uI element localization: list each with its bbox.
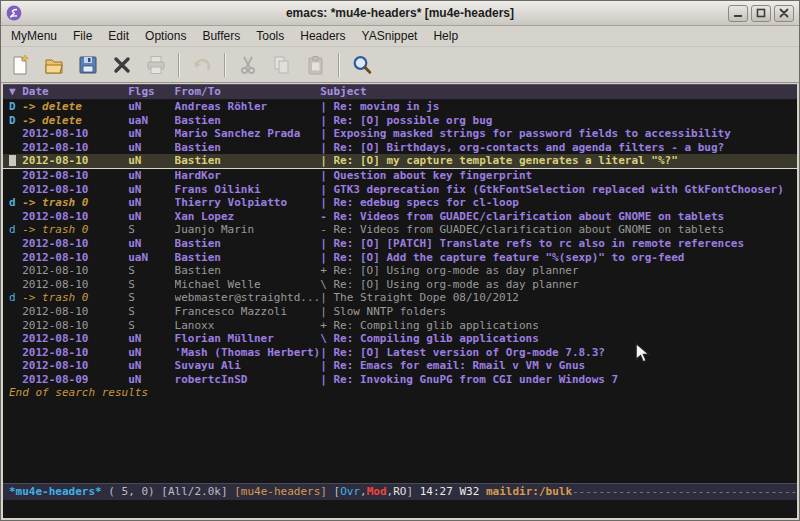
menu-item-edit[interactable]: Edit [100, 27, 137, 45]
print-icon [145, 54, 167, 76]
column-header-flags[interactable]: Flgs [128, 85, 174, 99]
col-date: 2012-08-10 [22, 154, 128, 168]
message-row[interactable]: D -> delete uaN Bastien | Re: [O] possib… [3, 114, 797, 128]
col-subject: + Re: Compiling glib applications [320, 319, 797, 333]
new-file-button[interactable] [5, 50, 35, 80]
modeline-major-mode: [mu4e-headers] [234, 485, 333, 499]
modeline[interactable]: *mu4e-headers* ( 5, 0) [All/2.0k] [mu4e-… [3, 483, 797, 500]
minimize-button[interactable] [728, 5, 748, 22]
col-from: Michael Welle [175, 278, 321, 292]
modeline-clock: 14:27 [420, 485, 460, 499]
message-row[interactable]: 2012-08-10 uN Florian Müllner \ Re: Comp… [3, 332, 797, 346]
mark-char [9, 237, 22, 251]
buffer-empty-space [3, 400, 797, 483]
modeline-overwrite-indicator: Ovr [340, 485, 360, 499]
modeline-dashes: ----------------------------------------… [572, 485, 797, 499]
message-row[interactable]: D -> delete uN Andreas Röhler | Re: movi… [3, 100, 797, 114]
col-from: Mario Sanchez Prada [175, 127, 321, 141]
search-button[interactable] [347, 50, 377, 80]
col-date: 2012-08-10 [22, 305, 128, 319]
col-date: -> trash 0 [22, 223, 128, 237]
window-title: emacs: *mu4e-headers* [mu4e-headers] [1, 6, 799, 20]
col-date: 2012-08-10 [22, 251, 128, 265]
message-row[interactable]: 2012-08-09 uN robertcInSD | Re: Invoking… [3, 373, 797, 387]
menu-item-help[interactable]: Help [425, 27, 466, 45]
message-row[interactable]: 2012-08-10 uN HardKor | Question about k… [3, 169, 797, 183]
col-from: Bastien [175, 141, 321, 155]
menu-item-headers[interactable]: Headers [292, 27, 353, 45]
message-row[interactable]: 2012-08-10 S Lanoxx + Re: Compiling glib… [3, 319, 797, 333]
mark-char [9, 359, 22, 373]
col-subject: | Slow NNTP folders [320, 305, 797, 319]
col-flags: S [128, 223, 174, 237]
menu-item-file[interactable]: File [65, 27, 100, 45]
message-row[interactable]: 2012-08-10 uN Xan Lopez - Re: Videos fro… [3, 210, 797, 224]
col-flags: S [128, 305, 174, 319]
menu-item-tools[interactable]: Tools [248, 27, 292, 45]
message-row[interactable]: 2012-08-10 uN Bastien | Re: [O] my captu… [3, 154, 797, 169]
close-button[interactable] [774, 5, 794, 22]
col-subject: | Question about key fingerprint [320, 169, 797, 183]
message-row[interactable]: 2012-08-10 uaN Bastien | Re: [O] Add the… [3, 251, 797, 265]
kill-buffer-button[interactable] [107, 50, 137, 80]
copy-button[interactable] [267, 50, 297, 80]
mark-char [9, 264, 22, 278]
emacs-frame: ▼ Date Flgs From/To Subject D -> delete … [1, 83, 799, 520]
column-header-date[interactable]: ▼ Date [9, 85, 128, 99]
message-row[interactable]: 2012-08-10 S Francesco Mazzoli | Slow NN… [3, 305, 797, 319]
message-list: D -> delete uN Andreas Röhler | Re: movi… [3, 100, 797, 386]
modeline-position: ( 5, 0) [102, 485, 162, 499]
col-from: Florian Müllner [175, 332, 321, 346]
col-subject: - Re: Videos from GUADEC/clarification a… [320, 210, 797, 224]
col-flags: uN [128, 141, 174, 155]
cut-button[interactable] [233, 50, 263, 80]
menu-item-options[interactable]: Options [137, 27, 194, 45]
col-from: Juanjo Marin [175, 223, 321, 237]
message-row[interactable]: 2012-08-10 uN Suvayu Ali | Re: Emacs for… [3, 359, 797, 373]
col-date: 2012-08-10 [22, 169, 128, 183]
col-date: 2012-08-10 [22, 127, 128, 141]
mark-char [9, 141, 22, 155]
col-date: 2012-08-10 [22, 278, 128, 292]
col-flags: S [128, 278, 174, 292]
message-row[interactable]: 2012-08-10 S Michael Welle \ Re: [O] Usi… [3, 278, 797, 292]
col-date: 2012-08-10 [22, 210, 128, 224]
headers-column-bar: ▼ Date Flgs From/To Subject [3, 84, 797, 100]
message-row[interactable]: d -> trash 0 uN Thierry Volpiatto | Re: … [3, 196, 797, 210]
message-row[interactable]: 2012-08-10 uN Frans Oilinki | GTK3 depre… [3, 183, 797, 197]
text-cursor [9, 155, 16, 166]
paste-button[interactable] [301, 50, 331, 80]
toolbar-separator [178, 53, 180, 77]
message-row[interactable]: 2012-08-10 uN Bastien | Re: [O] [PATCH] … [3, 237, 797, 251]
col-flags: uN [128, 373, 174, 387]
open-file-button[interactable] [39, 50, 69, 80]
print-button[interactable] [141, 50, 171, 80]
modeline-query-count: [All/2.0k] [161, 485, 234, 499]
message-row[interactable]: 2012-08-10 S Bastien + Re: [O] Using org… [3, 264, 797, 278]
modeline-buffer-name: *mu4e-headers* [9, 485, 102, 499]
minimize-icon [733, 8, 743, 18]
message-row[interactable]: 2012-08-10 uN Bastien | Re: [O] Birthday… [3, 141, 797, 155]
col-subject: | Re: [O] Birthdays, org-contacts and ag… [320, 141, 797, 155]
menu-item-yasnippet[interactable]: YASnippet [354, 27, 426, 45]
col-subject: | Re: [O] Add the capture feature "%(sex… [320, 251, 797, 265]
menu-item-buffers[interactable]: Buffers [194, 27, 248, 45]
col-flags: uaN [128, 114, 174, 128]
maximize-button[interactable] [751, 5, 771, 22]
mark-char [9, 127, 22, 141]
col-from: Bastien [175, 154, 321, 168]
column-header-from[interactable]: From/To [175, 85, 321, 99]
menu-item-mymenu[interactable]: MyMenu [3, 27, 65, 45]
col-flags: uN [128, 332, 174, 346]
message-row[interactable]: d -> trash 0 S webmaster@straightd... | … [3, 291, 797, 305]
message-row[interactable]: 2012-08-10 uN Mario Sanchez Prada | Expo… [3, 127, 797, 141]
column-header-subject[interactable]: Subject [320, 85, 797, 99]
message-row[interactable]: 2012-08-10 uN 'Mash (Thomas Herbert) | R… [3, 346, 797, 360]
save-button[interactable] [73, 50, 103, 80]
undo-button[interactable] [187, 50, 217, 80]
col-from: Bastien [175, 237, 321, 251]
col-subject: | Re: Invoking GnuPG from CGI under Wind… [320, 373, 797, 387]
message-row[interactable]: d -> trash 0 S Juanjo Marin - Re: Videos… [3, 223, 797, 237]
col-from: Frans Oilinki [175, 183, 321, 197]
col-from: webmaster@straightd... [175, 291, 321, 305]
